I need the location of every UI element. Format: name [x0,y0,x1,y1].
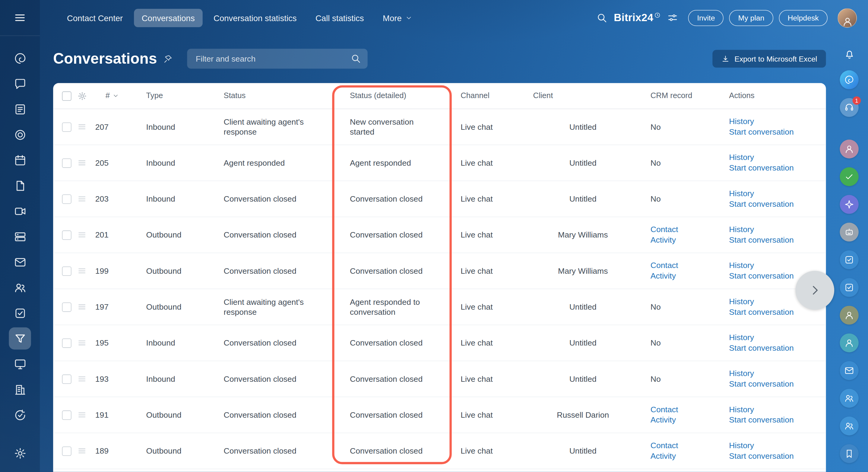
row-checkbox[interactable] [62,338,71,348]
sidebar-item-collaboration[interactable] [9,47,31,69]
user-avatar-1[interactable] [840,140,858,158]
filter-search-icon[interactable] [350,53,361,64]
history-link[interactable]: History [729,261,818,271]
row-menu-icon[interactable] [78,410,86,419]
crm-contact-link[interactable]: Contact [651,404,713,415]
table-row[interactable]: 195 Inbound Conversation closed Conversa… [53,325,826,361]
column-header-status-detailed[interactable]: Status (detailed) [341,83,452,108]
sidebar-item-tasks[interactable] [9,302,31,324]
bot-avatar[interactable] [840,223,858,241]
sidebar-item-contact-center[interactable] [9,327,31,350]
notifications-bell-icon[interactable] [843,49,856,60]
nav-item-more[interactable]: More [375,8,420,27]
row-checkbox[interactable] [62,230,71,240]
history-link[interactable]: History [729,117,818,127]
history-link[interactable]: History [729,404,818,415]
start-conversation-link[interactable]: Start conversation [729,199,818,209]
status-check-avatar[interactable] [840,167,858,186]
sidebar-item-messenger[interactable] [9,72,31,94]
column-header-type[interactable]: Type [137,83,215,108]
row-checkbox[interactable] [62,194,71,203]
history-link[interactable]: History [729,225,818,235]
sidebar-item-workgroups[interactable] [9,123,31,145]
row-menu-icon[interactable] [78,375,86,383]
table-row[interactable]: 199 Outbound Conversation closed Convers… [53,253,826,289]
column-header-client[interactable]: Client [524,83,642,108]
sidebar-item-crm[interactable] [9,276,31,298]
nav-item-call-statistics[interactable]: Call statistics [308,8,372,27]
table-row[interactable]: 205 Inbound Agent responded Agent respon… [53,145,826,181]
row-checkbox[interactable] [62,302,71,312]
row-checkbox[interactable] [62,374,71,384]
group-chat-avatar-1[interactable] [840,389,858,408]
history-link[interactable]: History [729,368,818,379]
pin-icon[interactable] [163,54,173,63]
start-conversation-link[interactable]: Start conversation [729,127,818,137]
table-row[interactable]: 191 Outbound Conversation closed Convers… [53,397,826,433]
filter-search-input[interactable] [187,49,367,69]
main-menu-button[interactable] [0,0,40,36]
start-conversation-link[interactable]: Start conversation [729,163,818,174]
sidebar-item-calendar[interactable] [9,149,31,171]
column-header-id[interactable]: # [91,83,137,108]
start-conversation-link[interactable]: Start conversation [729,343,818,353]
approval-bot-avatar-1[interactable] [840,250,858,269]
helpdesk-button[interactable]: Helpdesk [779,10,828,26]
crm-contact-link[interactable]: Contact [651,441,713,451]
crm-activity-link[interactable]: Activity [651,415,713,425]
select-all-checkbox[interactable] [62,91,71,100]
nav-item-contact-center[interactable]: Contact Center [59,8,131,27]
user-avatar-2[interactable] [840,306,858,324]
ai-app-avatar[interactable] [840,195,858,214]
group-chat-avatar-2[interactable] [840,416,858,435]
row-checkbox[interactable] [62,446,71,455]
export-excel-button[interactable]: Export to Microsoft Excel [712,50,826,68]
table-row[interactable]: 197 Outbound Client awaiting agent's res… [53,289,826,325]
sidebar-item-feed[interactable] [9,98,31,120]
column-header-channel[interactable]: Channel [452,83,524,108]
crm-contact-link[interactable]: Contact [651,225,713,235]
sidebar-item-company[interactable] [9,379,31,401]
row-menu-icon[interactable] [78,231,86,239]
table-row[interactable]: 203 Inbound Conversation closed Conversa… [53,181,826,217]
table-row[interactable]: 193 Inbound Conversation closed Conversa… [53,361,826,397]
approval-bot-avatar-2[interactable] [840,278,858,297]
crm-activity-link[interactable]: Activity [651,271,713,282]
row-menu-icon[interactable] [78,266,86,275]
sidebar-item-automation[interactable] [9,404,31,426]
row-menu-icon[interactable] [78,338,86,347]
sidebar-item-video-calls[interactable] [9,200,31,222]
start-conversation-link[interactable]: Start conversation [729,451,818,462]
invite-button[interactable]: Invite [688,10,724,26]
history-link[interactable]: History [729,188,818,199]
row-menu-icon[interactable] [78,122,86,131]
saved-messages-avatar[interactable] [840,444,858,463]
row-menu-icon[interactable] [78,302,86,311]
row-menu-icon[interactable] [78,158,86,167]
table-row[interactable]: 201 Outbound Conversation closed Convers… [53,217,826,253]
sidebar-item-drive[interactable] [9,226,31,247]
row-menu-icon[interactable] [78,194,86,203]
sidebar-item-settings[interactable] [9,442,31,464]
start-conversation-link[interactable]: Start conversation [729,307,818,318]
nav-item-conversations[interactable]: Conversations [134,8,203,27]
history-link[interactable]: History [729,152,818,163]
start-conversation-link[interactable]: Start conversation [729,235,818,245]
copilot-avatar[interactable] [840,70,858,89]
search-icon[interactable] [596,12,608,23]
my-plan-button[interactable]: My plan [729,10,773,26]
email-channel-avatar[interactable] [840,361,858,380]
row-checkbox[interactable] [62,122,71,131]
crm-contact-link[interactable]: Contact [651,261,713,271]
table-settings-icon[interactable] [77,91,87,100]
start-conversation-link[interactable]: Start conversation [729,415,818,425]
row-checkbox[interactable] [62,158,71,168]
sidebar-item-sites[interactable] [9,353,31,375]
nav-item-conversation-statistics[interactable]: Conversation statistics [206,8,304,27]
row-checkbox[interactable] [62,410,71,419]
support-chat-avatar[interactable]: 1 [840,98,858,117]
user-avatar-3[interactable] [840,333,858,352]
sidebar-item-documents[interactable] [9,174,31,197]
table-row[interactable]: 189 Outbound Conversation closed Convers… [53,433,826,469]
profile-avatar[interactable] [838,8,857,27]
